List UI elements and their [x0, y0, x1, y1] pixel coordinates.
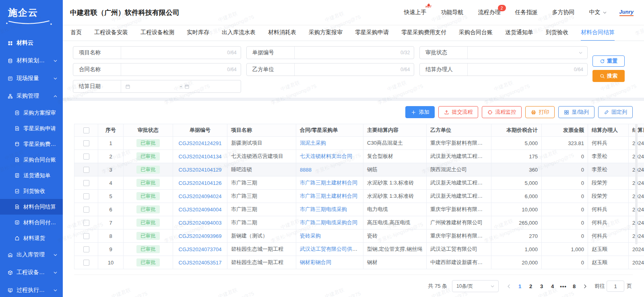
cell-link[interactable]: CGJS2024094003	[179, 220, 222, 226]
table-panel: 添加提交流程流程监控打印显/隐列固定列 序号审批状态单据编号项目名称合同/零星采…	[63, 101, 644, 297]
process-monitor-button[interactable]: 流程监控	[482, 106, 522, 118]
page-number[interactable]: 1	[514, 283, 525, 289]
filter-input[interactable]	[468, 47, 587, 59]
topnav-item[interactable]: 中文	[589, 9, 607, 16]
prev-page-button[interactable]	[504, 284, 514, 289]
cell-link[interactable]: 市广路三期土建材料合同	[300, 193, 357, 199]
sidebar-item[interactable]: 过程执行跟踪	[0, 281, 63, 297]
cell-status: 已审批	[124, 176, 173, 190]
topnav-item[interactable]: 流程办理2	[478, 9, 501, 16]
cell-link[interactable]: 武汉达工贸有限公司供方...	[300, 246, 362, 252]
cell-link[interactable]: CGJS2024053517	[179, 260, 222, 266]
row-checkbox[interactable]	[83, 246, 89, 252]
page-size-select[interactable]: 10条/页	[452, 280, 499, 292]
cell-link[interactable]: 混泥土采购	[300, 140, 326, 146]
sidebar-subitem[interactable]: 采购合同台账	[0, 152, 63, 168]
tab[interactable]: 实时库存	[187, 25, 209, 41]
print-button[interactable]: 打印	[525, 106, 555, 118]
cell-amount: 175	[491, 150, 542, 163]
cell-link[interactable]: CGJS2024124291	[179, 140, 222, 146]
sidebar-subitem[interactable]: 零星采购申请	[0, 121, 63, 136]
tab[interactable]: 材料合同结算	[581, 25, 615, 41]
show-hide-columns-button[interactable]: 显/隐列	[558, 106, 594, 118]
sidebar-item[interactable]: 现场报量	[0, 70, 63, 87]
tab[interactable]: 到货验收	[546, 25, 568, 41]
tab[interactable]: 送货通知单	[505, 25, 533, 41]
row-checkbox[interactable]	[83, 180, 89, 186]
cell-link[interactable]: CGJS2024073704	[179, 246, 222, 252]
cell-link[interactable]: 钢材彩钢合同	[300, 259, 331, 265]
filter-input[interactable]: 0/32	[295, 47, 414, 59]
submit-process-button[interactable]: 提交流程	[438, 106, 478, 118]
sidebar-subitem[interactable]: 材料退货	[0, 230, 63, 246]
filter-input[interactable]: -	[121, 80, 241, 92]
sidebar-subitem[interactable]: 到货验收	[0, 183, 63, 199]
cell-link[interactable]: CGJS2024104126	[179, 180, 222, 186]
cell-link[interactable]: 瓷砖采购	[300, 233, 321, 239]
filter-input[interactable]: 0/64	[295, 63, 414, 76]
cell-link[interactable]: CGJS2024094004	[179, 207, 222, 213]
tab[interactable]: 零星采购费用支付	[401, 25, 446, 41]
select-all-checkbox[interactable]	[83, 127, 89, 133]
filter-input[interactable]: 0/64	[121, 63, 241, 76]
tab[interactable]: 零星采购申请	[355, 25, 389, 41]
cell-doc_no: CGJS2024104126	[173, 176, 227, 190]
sidebar-subitem[interactable]: 材料合同付款申请	[0, 215, 63, 230]
cell-link[interactable]: CGJS2024094024	[179, 193, 222, 199]
topnav-item[interactable]: 功能导航	[441, 9, 464, 16]
page-number[interactable]: 2	[525, 283, 536, 289]
cell-link[interactable]: 市广路二期电缆采购合同	[300, 219, 357, 225]
sidebar-item[interactable]: 材料云	[0, 34, 63, 52]
row-checkbox[interactable]	[83, 193, 89, 199]
cell-link[interactable]: 七天连锁材料支出合同	[300, 153, 352, 159]
cell-link[interactable]: CGJS2024104129	[179, 167, 222, 173]
sidebar-item[interactable]: 材料策划管理	[0, 52, 63, 70]
add-button[interactable]: 添加	[405, 106, 435, 118]
row-checkbox[interactable]	[83, 233, 89, 239]
cell-link[interactable]: 市广路三期土建材料合同	[300, 180, 357, 186]
filter-panel: 项目名称0/64单据编号0/32审批状态合同名称0/64乙方单位0/64结算办理…	[63, 41, 644, 98]
cell-link[interactable]: CGJS2024104134	[179, 154, 222, 160]
page-number[interactable]: 8	[569, 283, 580, 289]
cell-link[interactable]: 市广路三期电缆采购	[300, 206, 347, 212]
tab[interactable]: 出入库流水表	[222, 25, 256, 41]
fixed-columns-button[interactable]: 固定列	[598, 106, 633, 118]
reset-button[interactable]: 重置	[592, 55, 625, 67]
row-checkbox[interactable]	[83, 167, 89, 173]
search-button[interactable]: 搜索	[592, 70, 625, 82]
tab[interactable]: 采购方案报审	[309, 25, 343, 41]
page-number[interactable]: 4	[547, 283, 558, 289]
row-checkbox[interactable]	[83, 220, 89, 226]
tab[interactable]: 工程设备安装	[94, 25, 128, 41]
tab[interactable]: 材料消耗表	[268, 25, 296, 41]
status-badge: 已审批	[136, 258, 160, 267]
tab[interactable]: 首页	[70, 25, 82, 41]
topnav-item[interactable]: 任务指派	[515, 9, 538, 16]
sidebar-item[interactable]: 出入库管理	[0, 246, 63, 264]
goto-page-input[interactable]: 1	[607, 281, 624, 292]
cell-index: 8	[98, 229, 124, 243]
cell-link[interactable]: CGJS2024093969	[179, 233, 222, 239]
cell-link[interactable]: 8888	[300, 167, 312, 173]
row-checkbox[interactable]	[83, 207, 89, 213]
next-page-button[interactable]	[580, 284, 590, 289]
sidebar-item[interactable]: 工程设备管理	[0, 264, 63, 281]
topnav-item[interactable]: 快速上手HOT	[404, 9, 427, 16]
sidebar-subitem[interactable]: 送货通知单	[0, 168, 63, 183]
cell-party_b: 武汉新天地建筑工程有限...	[427, 150, 491, 163]
tab[interactable]: 采购合同台账	[459, 25, 493, 41]
sidebar-subitem[interactable]: 采购方案报审	[0, 105, 63, 121]
row-checkbox[interactable]	[83, 260, 89, 266]
table-scrollbar[interactable]	[635, 124, 638, 244]
filter-input[interactable]: 0/64	[468, 63, 587, 76]
filter-input[interactable]: 0/64	[121, 47, 241, 59]
tab[interactable]: 工程设备检测	[140, 25, 174, 41]
topnav-item[interactable]: 多方协同	[552, 9, 575, 16]
row-checkbox[interactable]	[83, 140, 89, 146]
page-number[interactable]: 3	[536, 283, 547, 289]
sidebar-subitem[interactable]: 零星采购费用支付	[0, 136, 63, 152]
sidebar-item-label: 现场报量	[17, 75, 39, 82]
sidebar-item[interactable]: 采购管理	[0, 87, 63, 105]
sidebar-subitem[interactable]: 材料合同结算	[0, 199, 63, 215]
row-checkbox[interactable]	[83, 154, 89, 160]
